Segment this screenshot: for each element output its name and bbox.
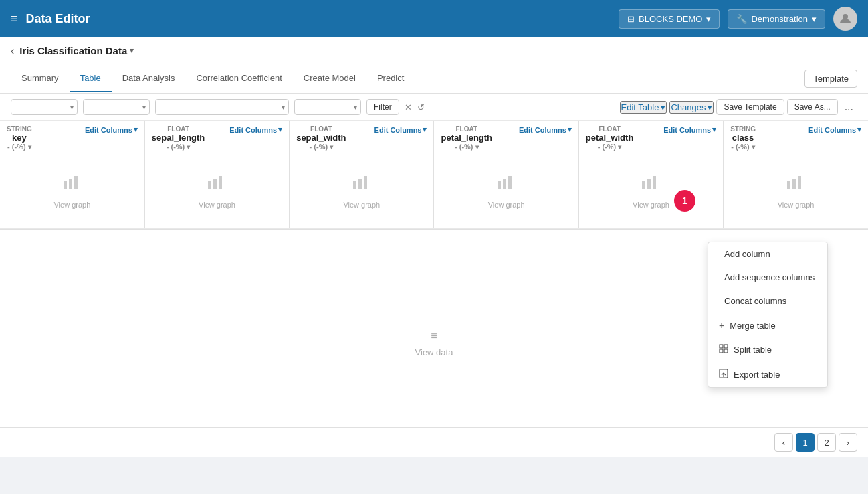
filter-select-2[interactable]	[83, 99, 150, 115]
view-graph-label[interactable]: View graph	[199, 201, 235, 209]
filter-select-3[interactable]	[155, 99, 289, 115]
svg-rect-9	[364, 176, 367, 189]
svg-rect-15	[653, 176, 656, 189]
svg-rect-12	[508, 176, 512, 189]
edit-columns-key[interactable]: Edit Columns ▾	[85, 125, 138, 134]
view-graph-label[interactable]: View graph	[633, 201, 669, 209]
split-icon	[719, 344, 728, 355]
graph-chart-icon	[730, 174, 861, 195]
pagination: ‹ 1 2 ›	[0, 427, 868, 457]
step-badge-1: 1	[674, 190, 695, 212]
save-template-button[interactable]: Save Template	[716, 99, 784, 115]
blocks-icon: ⊞	[627, 14, 635, 24]
main-content: STRING key - (-%) ▾ Edit Columns ▾ FLOAT…	[0, 121, 868, 457]
sub-header: ‹ Iris Classification Data ▾	[0, 37, 868, 64]
pagination-next[interactable]: ›	[839, 433, 857, 452]
menu-item-add-column[interactable]: Add column	[708, 242, 827, 266]
svg-rect-16	[787, 181, 790, 189]
graph-cell-key: View graph	[0, 155, 144, 229]
filter-select-4[interactable]	[294, 99, 361, 115]
avatar[interactable]	[833, 7, 857, 31]
svg-rect-6	[219, 176, 222, 189]
filter-select-3-wrap: ▾	[155, 99, 289, 115]
svg-rect-14	[647, 179, 651, 189]
back-button[interactable]: ‹	[11, 45, 14, 57]
demonstration-button[interactable]: 🔧 Demonstration ▾	[728, 9, 825, 29]
dataset-dropdown-icon[interactable]: ▾	[130, 46, 134, 55]
tab-table[interactable]: Table	[70, 65, 112, 92]
graph-chart-icon	[152, 174, 282, 195]
menu-item-merge[interactable]: + Merge table	[708, 313, 827, 337]
graph-chart-icon	[441, 174, 571, 195]
table-toolbar: ▾ ▾ ▾ ▾ Filter ✕ ↺ Edit Table ▾ Changes …	[0, 94, 868, 121]
svg-rect-7	[353, 181, 356, 189]
filter-select-1-wrap: ▾	[11, 99, 78, 115]
data-table: STRING key - (-%) ▾ Edit Columns ▾ FLOAT…	[0, 121, 868, 229]
hamburger-menu[interactable]: ≡	[11, 12, 18, 26]
tab-data-analysis[interactable]: Data Analysis	[112, 65, 186, 92]
dataset-title: Iris Classification Data ▾	[19, 45, 134, 56]
graph-cell-petal-width: View graph	[578, 155, 723, 229]
edit-columns-sepal-width[interactable]: Edit Columns ▾	[374, 125, 427, 134]
edit-columns-petal-width[interactable]: Edit Columns ▾	[663, 125, 716, 134]
svg-rect-1	[64, 181, 67, 189]
filter-select-4-wrap: ▾	[294, 99, 361, 115]
svg-rect-4	[208, 181, 211, 189]
graph-cell-sepal-length: View graph	[144, 155, 289, 229]
changes-button[interactable]: Changes ▾	[669, 101, 714, 114]
svg-rect-17	[792, 179, 796, 189]
svg-rect-20	[724, 345, 728, 348]
column-header-sepal-length: FLOAT sepal_length - (-%) ▾ Edit Columns…	[144, 121, 289, 155]
graph-cell-class: View graph	[724, 155, 868, 229]
tab-create-model[interactable]: Create Model	[293, 65, 366, 92]
chevron-down-icon: ▾	[812, 14, 817, 24]
svg-rect-11	[503, 179, 506, 189]
tab-predict[interactable]: Predict	[366, 65, 415, 92]
column-header-petal-length: FLOAT petal_length - (-%) ▾ Edit Columns…	[434, 121, 578, 155]
tab-correlation-coefficient[interactable]: Correlation Coefficient	[185, 65, 292, 92]
edit-columns-petal-length[interactable]: Edit Columns ▾	[519, 125, 572, 134]
edit-table-dropdown: Add column Add sequence columns Concat c…	[708, 242, 828, 388]
menu-item-add-sequence[interactable]: Add sequence columns	[708, 266, 827, 289]
clear-filter-icon[interactable]: ✕	[405, 102, 412, 112]
pagination-page-1[interactable]: 1	[796, 433, 815, 452]
svg-rect-18	[798, 176, 801, 189]
filter-select-2-wrap: ▾	[83, 99, 150, 115]
edit-columns-sepal-length[interactable]: Edit Columns ▾	[229, 125, 282, 134]
tab-summary[interactable]: Summary	[11, 65, 70, 92]
graph-cell-sepal-width: View graph	[290, 155, 434, 229]
blocks-demo-button[interactable]: ⊞ BLOCKS DEMO ▾	[619, 9, 720, 29]
wrench-icon: 🔧	[736, 14, 747, 24]
refresh-icon[interactable]: ↺	[417, 102, 425, 112]
tab-bar: Summary Table Data Analysis Correlation …	[0, 64, 868, 94]
svg-rect-21	[720, 349, 723, 353]
export-icon	[719, 369, 728, 380]
filter-button[interactable]: Filter	[366, 99, 399, 115]
app-header: ≡ Data Editor ⊞ BLOCKS DEMO ▾ 🔧 Demonstr…	[0, 0, 868, 37]
filter-select-1[interactable]	[11, 99, 78, 115]
template-button[interactable]: Template	[804, 70, 857, 88]
view-graph-label[interactable]: View graph	[343, 201, 380, 209]
menu-item-split[interactable]: Split table	[708, 337, 827, 362]
view-data-label[interactable]: View data	[415, 347, 453, 357]
pagination-prev[interactable]: ‹	[774, 433, 793, 452]
menu-item-export[interactable]: Export table	[708, 362, 827, 387]
svg-rect-10	[498, 181, 501, 189]
view-graph-label[interactable]: View graph	[53, 201, 90, 209]
chevron-down-icon: ▾	[708, 102, 712, 112]
edit-table-button[interactable]: Edit Table ▾	[620, 101, 667, 114]
view-graph-label[interactable]: View graph	[778, 201, 815, 209]
chevron-down-icon: ▾	[706, 14, 711, 24]
column-header-key: STRING key - (-%) ▾ Edit Columns ▾	[0, 121, 144, 155]
view-graph-label[interactable]: View graph	[488, 201, 525, 209]
save-as-button[interactable]: Save As...	[787, 99, 838, 115]
view-data-icon: ≡	[431, 330, 437, 342]
merge-icon: +	[719, 320, 724, 331]
more-options-button[interactable]: ...	[841, 100, 857, 114]
pagination-page-2[interactable]: 2	[817, 433, 836, 452]
graph-chart-icon	[296, 174, 427, 195]
svg-rect-2	[69, 179, 72, 189]
edit-columns-class[interactable]: Edit Columns ▾	[808, 125, 861, 134]
svg-point-0	[843, 14, 848, 19]
menu-item-concat[interactable]: Concat columns	[708, 289, 827, 313]
